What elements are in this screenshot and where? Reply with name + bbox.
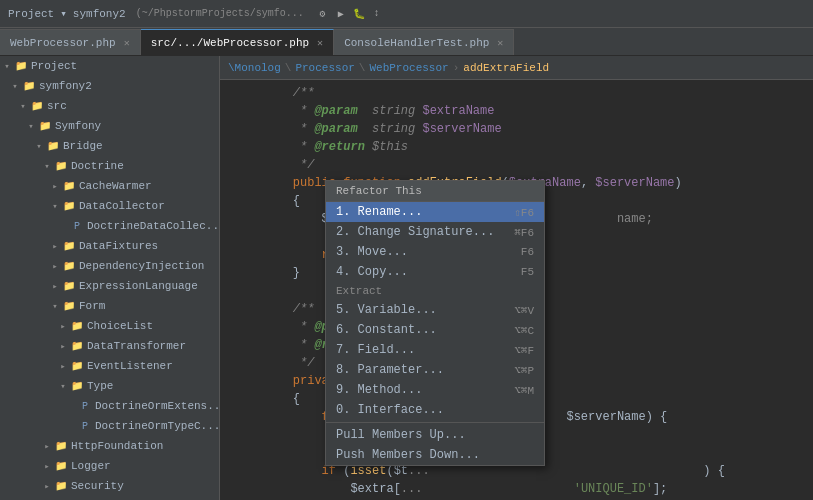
line-num xyxy=(220,282,260,300)
sidebar-label-eventlistener: EventListener xyxy=(87,360,173,372)
sidebar-item-doctrineormextens[interactable]: P DoctrineOrmExtens... xyxy=(0,396,219,416)
line-content xyxy=(260,228,264,246)
sidebar-label-choicelist: ChoiceList xyxy=(87,320,153,332)
line-content: $extra[... 'UNIQUE_ID']; xyxy=(260,480,667,498)
sidebar-item-form[interactable]: ▾ 📁 Form xyxy=(0,296,219,316)
project-subtitle: (~/PhpstormProjects/symfo... xyxy=(136,8,304,19)
menu-label-constant: 6. Constant... xyxy=(336,323,504,337)
sidebar-label-project: Project xyxy=(31,60,77,72)
line-content: */ xyxy=(260,354,314,372)
line-num xyxy=(220,354,260,372)
sidebar-item-test[interactable]: ▸ 📁 Test xyxy=(0,496,219,500)
vcs-icon[interactable]: ↕ xyxy=(370,7,384,21)
menu-item-constant[interactable]: 6. Constant... ⌥⌘C xyxy=(326,320,544,340)
run-icon[interactable]: ▶ xyxy=(334,7,348,21)
menu-item-copy[interactable]: 4. Copy... F5 xyxy=(326,262,544,282)
tab-close-3[interactable]: ✕ xyxy=(497,37,503,49)
arrow-logger: ▸ xyxy=(40,461,54,472)
arrow-symfony: ▾ xyxy=(24,121,38,132)
sidebar-item-depinjection[interactable]: ▸ 📁 DependencyInjection xyxy=(0,256,219,276)
sidebar-item-project[interactable]: ▾ 📁 Project xyxy=(0,56,219,76)
settings-icon[interactable]: ⚙ xyxy=(316,7,330,21)
sidebar-item-symfony[interactable]: ▾ 📁 Symfony xyxy=(0,116,219,136)
tab-webprocessor[interactable]: WebProcessor.php ✕ xyxy=(0,29,141,55)
menu-label-variable: 5. Variable... xyxy=(336,303,504,317)
menu-item-interface[interactable]: 0. Interface... xyxy=(326,400,544,420)
breadcrumb-method: addExtraField xyxy=(463,62,549,74)
sidebar-item-symfony2[interactable]: ▾ 📁 symfony2 xyxy=(0,76,219,96)
sidebar-item-type[interactable]: ▾ 📁 Type xyxy=(0,376,219,396)
sidebar-item-eventlistener[interactable]: ▸ 📁 EventListener xyxy=(0,356,219,376)
code-container[interactable]: /** * @param string $extraName * @param … xyxy=(220,80,813,500)
title-bar-separator: ▾ xyxy=(60,7,67,20)
menu-shortcut-copy: F5 xyxy=(521,266,534,278)
line-num xyxy=(220,300,260,318)
tab-close-1[interactable]: ✕ xyxy=(124,37,130,49)
sidebar-item-expressionlanguage[interactable]: ▸ 📁 ExpressionLanguage xyxy=(0,276,219,296)
sidebar-label-form: Form xyxy=(79,300,105,312)
arrow-httpfoundation: ▸ xyxy=(40,441,54,452)
sidebar-item-cachewarmer[interactable]: ▸ 📁 CacheWarmer xyxy=(0,176,219,196)
sidebar-item-security[interactable]: ▸ 📁 Security xyxy=(0,476,219,496)
sidebar-item-doctrine[interactable]: ▾ 📁 Doctrine xyxy=(0,156,219,176)
breadcrumb-sep-3: › xyxy=(453,62,460,74)
sidebar-label-type: Type xyxy=(87,380,113,392)
sidebar-item-doctrineormtypec[interactable]: P DoctrineOrmTypeC... xyxy=(0,416,219,436)
menu-item-change-sig[interactable]: 2. Change Signature... ⌘F6 xyxy=(326,222,544,242)
sidebar-item-bridge[interactable]: ▾ 📁 Bridge xyxy=(0,136,219,156)
menu-item-move[interactable]: 3. Move... F6 xyxy=(326,242,544,262)
menu-separator xyxy=(326,422,544,423)
folder-icon-datafixtures: 📁 xyxy=(62,240,76,252)
sidebar-item-choicelist[interactable]: ▸ 📁 ChoiceList xyxy=(0,316,219,336)
breadcrumb-monolog[interactable]: \Monolog xyxy=(228,62,281,74)
arrow-datacollector: ▾ xyxy=(48,201,62,212)
folder-icon-choicelist: 📁 xyxy=(70,320,84,332)
sidebar: ▾ 📁 Project ▾ 📁 symfony2 ▾ 📁 src ▾ 📁 Sym… xyxy=(0,56,220,500)
line-num xyxy=(220,264,260,282)
sidebar-item-datatransformer[interactable]: ▸ 📁 DataTransformer xyxy=(0,336,219,356)
sidebar-item-src[interactable]: ▾ 📁 src xyxy=(0,96,219,116)
debug-icon[interactable]: 🐛 xyxy=(352,7,366,21)
arrow-eventlistener: ▸ xyxy=(56,361,70,372)
line-content: } xyxy=(260,264,300,282)
tab-webprocessor-src[interactable]: src/.../WebProcessor.php ✕ xyxy=(141,29,334,55)
arrow-depinjection: ▸ xyxy=(48,261,62,272)
editor-area: \Monolog \ Processor \ WebProcessor › ad… xyxy=(220,56,813,500)
line-num xyxy=(220,84,260,102)
context-menu: Refactor This 1. Rename... ⇧F6 2. Change… xyxy=(325,180,545,466)
php-icon-doctrineormextens: P xyxy=(78,401,92,412)
sidebar-label-doctrinedatacollec: DoctrineDataCollec... xyxy=(87,220,220,232)
folder-icon-symfony2: 📁 xyxy=(22,80,36,92)
sidebar-item-doctrinedatacollec[interactable]: P DoctrineDataCollec... xyxy=(0,216,219,236)
line-content xyxy=(260,282,264,300)
line-num xyxy=(220,462,260,480)
sidebar-item-httpfoundation[interactable]: ▸ 📁 HttpFoundation xyxy=(0,436,219,456)
menu-item-parameter[interactable]: 8. Parameter... ⌥⌘P xyxy=(326,360,544,380)
tab-close-2[interactable]: ✕ xyxy=(317,37,323,49)
sidebar-item-datacollector[interactable]: ▾ 📁 DataCollector xyxy=(0,196,219,216)
breadcrumb-processor[interactable]: Processor xyxy=(295,62,354,74)
sidebar-label-expressionlanguage: ExpressionLanguage xyxy=(79,280,198,292)
menu-item-pull-members[interactable]: Pull Members Up... xyxy=(326,425,544,445)
menu-item-field[interactable]: 7. Field... ⌥⌘F xyxy=(326,340,544,360)
menu-item-push-members[interactable]: Push Members Down... xyxy=(326,445,544,465)
folder-icon-expressionlanguage: 📁 xyxy=(62,280,76,292)
line-content: { xyxy=(260,390,300,408)
sidebar-label-httpfoundation: HttpFoundation xyxy=(71,440,163,452)
folder-icon-logger: 📁 xyxy=(54,460,68,472)
tab-consolehandler[interactable]: ConsoleHandlerTest.php ✕ xyxy=(334,29,514,55)
arrow-security: ▸ xyxy=(40,481,54,492)
menu-item-variable[interactable]: 5. Variable... ⌥⌘V xyxy=(326,300,544,320)
menu-item-rename[interactable]: 1. Rename... ⇧F6 xyxy=(326,202,544,222)
breadcrumb-webprocessor[interactable]: WebProcessor xyxy=(369,62,448,74)
menu-item-method[interactable]: 9. Method... ⌥⌘M xyxy=(326,380,544,400)
title-bar: Project ▾ symfony2 (~/PhpstormProjects/s… xyxy=(0,0,813,28)
sidebar-item-datafixtures[interactable]: ▸ 📁 DataFixtures xyxy=(0,236,219,256)
sidebar-item-logger[interactable]: ▸ 📁 Logger xyxy=(0,456,219,476)
line-num xyxy=(220,390,260,408)
line-num xyxy=(220,210,260,228)
tab-bar: WebProcessor.php ✕ src/.../WebProcessor.… xyxy=(0,28,813,56)
code-line: $extra[... 'UNIQUE_ID']; xyxy=(220,480,813,498)
folder-icon-security: 📁 xyxy=(54,480,68,492)
menu-label-method: 9. Method... xyxy=(336,383,504,397)
